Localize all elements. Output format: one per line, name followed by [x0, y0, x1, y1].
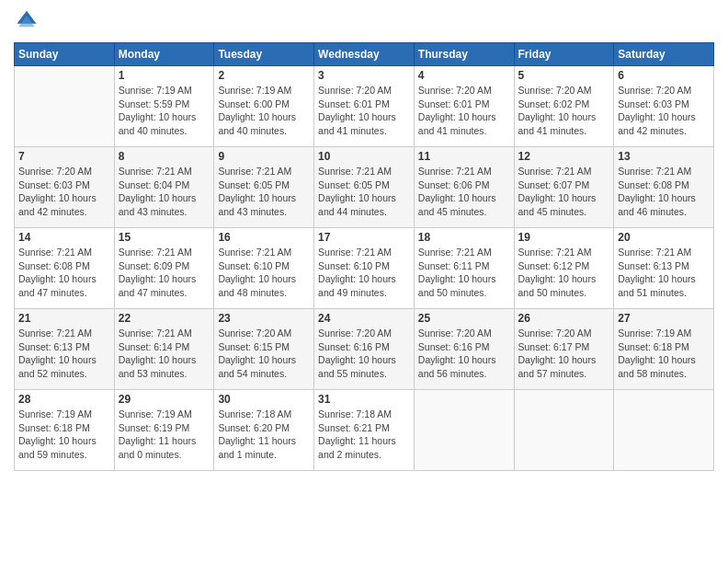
calendar-cell: 20Sunrise: 7:21 AM Sunset: 6:13 PM Dayli…	[614, 228, 714, 309]
calendar-cell: 5Sunrise: 7:20 AM Sunset: 6:02 PM Daylig…	[514, 66, 614, 147]
calendar-cell: 14Sunrise: 7:21 AM Sunset: 6:08 PM Dayli…	[15, 228, 115, 309]
calendar-cell	[414, 390, 514, 471]
calendar-cell: 7Sunrise: 7:20 AM Sunset: 6:03 PM Daylig…	[15, 147, 115, 228]
day-number: 29	[119, 393, 210, 406]
day-number: 16	[218, 231, 310, 244]
calendar-cell	[514, 390, 614, 471]
calendar-cell: 26Sunrise: 7:20 AM Sunset: 6:17 PM Dayli…	[514, 309, 614, 390]
page-header	[14, 9, 714, 35]
logo	[14, 9, 43, 35]
day-info: Sunrise: 7:21 AM Sunset: 6:14 PM Dayligh…	[119, 327, 210, 381]
calendar-cell: 25Sunrise: 7:20 AM Sunset: 6:16 PM Dayli…	[414, 309, 514, 390]
day-info: Sunrise: 7:21 AM Sunset: 6:08 PM Dayligh…	[18, 246, 110, 300]
day-info: Sunrise: 7:21 AM Sunset: 6:12 PM Dayligh…	[518, 246, 610, 300]
day-info: Sunrise: 7:20 AM Sunset: 6:01 PM Dayligh…	[418, 84, 510, 138]
calendar-cell: 22Sunrise: 7:21 AM Sunset: 6:14 PM Dayli…	[114, 309, 214, 390]
col-header-wednesday: Wednesday	[314, 43, 415, 66]
day-number: 5	[518, 69, 610, 82]
day-number: 9	[218, 150, 310, 163]
calendar-cell: 27Sunrise: 7:19 AM Sunset: 6:18 PM Dayli…	[614, 309, 714, 390]
day-info: Sunrise: 7:20 AM Sunset: 6:02 PM Dayligh…	[518, 84, 610, 138]
calendar-header-row: SundayMondayTuesdayWednesdayThursdayFrid…	[15, 43, 714, 66]
calendar-cell: 18Sunrise: 7:21 AM Sunset: 6:11 PM Dayli…	[414, 228, 514, 309]
col-header-monday: Monday	[114, 43, 214, 66]
day-info: Sunrise: 7:18 AM Sunset: 6:20 PM Dayligh…	[218, 408, 310, 462]
calendar-cell: 17Sunrise: 7:21 AM Sunset: 6:10 PM Dayli…	[314, 228, 415, 309]
day-info: Sunrise: 7:21 AM Sunset: 6:06 PM Dayligh…	[418, 165, 510, 219]
col-header-tuesday: Tuesday	[214, 43, 314, 66]
calendar-cell: 13Sunrise: 7:21 AM Sunset: 6:08 PM Dayli…	[614, 147, 714, 228]
day-info: Sunrise: 7:19 AM Sunset: 6:18 PM Dayligh…	[618, 327, 710, 381]
day-number: 6	[618, 69, 710, 82]
day-info: Sunrise: 7:21 AM Sunset: 6:10 PM Dayligh…	[318, 246, 410, 300]
day-info: Sunrise: 7:20 AM Sunset: 6:16 PM Dayligh…	[318, 327, 410, 381]
day-info: Sunrise: 7:20 AM Sunset: 6:03 PM Dayligh…	[18, 165, 110, 219]
day-info: Sunrise: 7:19 AM Sunset: 6:19 PM Dayligh…	[119, 408, 210, 462]
calendar-cell: 9Sunrise: 7:21 AM Sunset: 6:05 PM Daylig…	[214, 147, 314, 228]
day-number: 10	[318, 150, 410, 163]
day-info: Sunrise: 7:20 AM Sunset: 6:15 PM Dayligh…	[218, 327, 310, 381]
day-info: Sunrise: 7:19 AM Sunset: 6:18 PM Dayligh…	[18, 408, 110, 462]
calendar-cell: 23Sunrise: 7:20 AM Sunset: 6:15 PM Dayli…	[214, 309, 314, 390]
calendar-table: SundayMondayTuesdayWednesdayThursdayFrid…	[14, 42, 714, 471]
day-info: Sunrise: 7:21 AM Sunset: 6:13 PM Dayligh…	[18, 327, 110, 381]
calendar-cell: 8Sunrise: 7:21 AM Sunset: 6:04 PM Daylig…	[114, 147, 214, 228]
day-info: Sunrise: 7:21 AM Sunset: 6:05 PM Dayligh…	[318, 165, 410, 219]
day-number: 25	[418, 312, 510, 325]
day-number: 31	[318, 393, 410, 406]
calendar-week-row: 28Sunrise: 7:19 AM Sunset: 6:18 PM Dayli…	[15, 390, 714, 471]
calendar-week-row: 21Sunrise: 7:21 AM Sunset: 6:13 PM Dayli…	[15, 309, 714, 390]
col-header-saturday: Saturday	[614, 43, 714, 66]
col-header-thursday: Thursday	[414, 43, 514, 66]
col-header-friday: Friday	[514, 43, 614, 66]
day-number: 13	[618, 150, 710, 163]
day-number: 2	[218, 69, 310, 82]
calendar-week-row: 7Sunrise: 7:20 AM Sunset: 6:03 PM Daylig…	[15, 147, 714, 228]
day-number: 3	[318, 69, 410, 82]
day-number: 14	[18, 231, 110, 244]
calendar-cell: 30Sunrise: 7:18 AM Sunset: 6:20 PM Dayli…	[214, 390, 314, 471]
calendar-cell	[614, 390, 714, 471]
calendar-week-row: 14Sunrise: 7:21 AM Sunset: 6:08 PM Dayli…	[15, 228, 714, 309]
calendar-cell: 4Sunrise: 7:20 AM Sunset: 6:01 PM Daylig…	[414, 66, 514, 147]
day-info: Sunrise: 7:21 AM Sunset: 6:13 PM Dayligh…	[618, 246, 710, 300]
day-number: 12	[518, 150, 610, 163]
day-number: 26	[518, 312, 610, 325]
day-info: Sunrise: 7:20 AM Sunset: 6:03 PM Dayligh…	[618, 84, 710, 138]
logo-icon	[14, 9, 40, 35]
calendar-cell: 19Sunrise: 7:21 AM Sunset: 6:12 PM Dayli…	[514, 228, 614, 309]
day-info: Sunrise: 7:21 AM Sunset: 6:07 PM Dayligh…	[518, 165, 610, 219]
calendar-week-row: 1Sunrise: 7:19 AM Sunset: 5:59 PM Daylig…	[15, 66, 714, 147]
day-info: Sunrise: 7:21 AM Sunset: 6:11 PM Dayligh…	[418, 246, 510, 300]
day-info: Sunrise: 7:21 AM Sunset: 6:08 PM Dayligh…	[618, 165, 710, 219]
day-number: 23	[218, 312, 310, 325]
calendar-cell: 11Sunrise: 7:21 AM Sunset: 6:06 PM Dayli…	[414, 147, 514, 228]
calendar-cell: 28Sunrise: 7:19 AM Sunset: 6:18 PM Dayli…	[15, 390, 115, 471]
day-number: 22	[119, 312, 210, 325]
day-number: 11	[418, 150, 510, 163]
calendar-cell: 6Sunrise: 7:20 AM Sunset: 6:03 PM Daylig…	[614, 66, 714, 147]
day-info: Sunrise: 7:18 AM Sunset: 6:21 PM Dayligh…	[318, 408, 410, 462]
day-number: 24	[318, 312, 410, 325]
day-number: 17	[318, 231, 410, 244]
calendar-cell: 16Sunrise: 7:21 AM Sunset: 6:10 PM Dayli…	[214, 228, 314, 309]
calendar-cell: 15Sunrise: 7:21 AM Sunset: 6:09 PM Dayli…	[114, 228, 214, 309]
day-number: 4	[418, 69, 510, 82]
calendar-cell: 3Sunrise: 7:20 AM Sunset: 6:01 PM Daylig…	[314, 66, 415, 147]
day-info: Sunrise: 7:21 AM Sunset: 6:05 PM Dayligh…	[218, 165, 310, 219]
calendar-cell: 1Sunrise: 7:19 AM Sunset: 5:59 PM Daylig…	[114, 66, 214, 147]
calendar-cell: 31Sunrise: 7:18 AM Sunset: 6:21 PM Dayli…	[314, 390, 415, 471]
day-number: 21	[18, 312, 110, 325]
calendar-cell	[15, 66, 115, 147]
day-number: 1	[119, 69, 210, 82]
day-info: Sunrise: 7:19 AM Sunset: 6:00 PM Dayligh…	[218, 84, 310, 138]
day-number: 8	[119, 150, 210, 163]
calendar-cell: 29Sunrise: 7:19 AM Sunset: 6:19 PM Dayli…	[114, 390, 214, 471]
day-number: 27	[618, 312, 710, 325]
day-info: Sunrise: 7:20 AM Sunset: 6:17 PM Dayligh…	[518, 327, 610, 381]
col-header-sunday: Sunday	[15, 43, 115, 66]
day-info: Sunrise: 7:21 AM Sunset: 6:04 PM Dayligh…	[119, 165, 210, 219]
day-number: 30	[218, 393, 310, 406]
calendar-cell: 12Sunrise: 7:21 AM Sunset: 6:07 PM Dayli…	[514, 147, 614, 228]
day-number: 7	[18, 150, 110, 163]
